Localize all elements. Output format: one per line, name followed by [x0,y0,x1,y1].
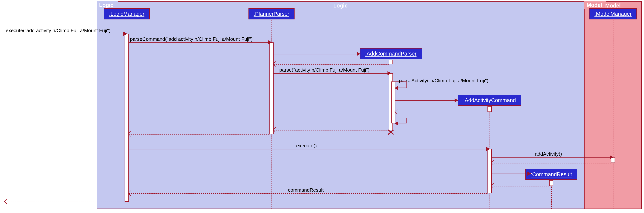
message-11 [129,149,488,149]
message-10 [129,134,270,134]
lifeline-head-logicManager: :LogicManager [104,8,150,19]
lifeline-head-commandResult: :CommandResult [525,169,577,180]
arrowhead-0 [124,32,127,36]
activation-0 [125,34,129,202]
arrowhead-12 [610,155,613,159]
message-4 [274,73,389,74]
message-label-11: execute() [296,143,317,148]
activation-8 [549,180,553,186]
activation-1 [270,42,274,134]
arrowhead-1 [268,40,272,44]
message-label-4: parse("activity n/Climb Fuji a/Mount Fuj… [279,67,370,73]
arrowhead-4 [388,71,391,75]
message-1 [129,42,270,43]
lifeline-head-addActivityCmd: :AddActivityCommand [458,95,521,106]
message-6 [395,100,456,101]
arrowhead-2 [356,52,360,56]
frame-title-logic: Logic [97,2,584,10]
message-3 [274,64,389,64]
message-17 [5,202,124,202]
arrowhead-14 [527,172,531,176]
message-label-1: parseCommand("add activity n/Climb Fuji … [130,36,253,42]
arrowhead-17 [4,199,9,204]
message-9 [274,130,389,130]
arrowhead-8 [394,121,398,126]
message-14 [492,174,529,174]
lifeline-head-plannerParser: :PlannerParser [248,8,295,19]
arrowhead-5 [394,86,398,90]
lifeline-head-modelManager: :ModelManager [589,8,637,19]
message-label-5: parseActivity("n/Climb Fuji a/Mount Fuji… [399,78,488,84]
message-7 [395,112,488,112]
message-2 [274,54,358,54]
arrowhead-11 [486,147,490,151]
message-label-12: addActivity() [535,151,562,157]
destroy-icon-0: ✕ [386,127,395,138]
message-15 [492,186,549,186]
activation-5 [488,106,492,112]
message-0 [2,34,125,34]
message-label-0: execute("add activity n/Climb Fuji a/Mou… [6,28,110,33]
lifeline-modelManager [613,20,613,209]
arrowhead-6 [454,98,458,102]
activation-6 [488,149,492,193]
activation-2 [389,60,393,64]
message-13 [492,163,611,163]
message-label-16: commandResult [288,187,324,193]
message-16 [129,193,488,194]
lifeline-head-addCommandParser: :AddCommandParser [360,48,422,59]
message-12 [492,157,611,158]
